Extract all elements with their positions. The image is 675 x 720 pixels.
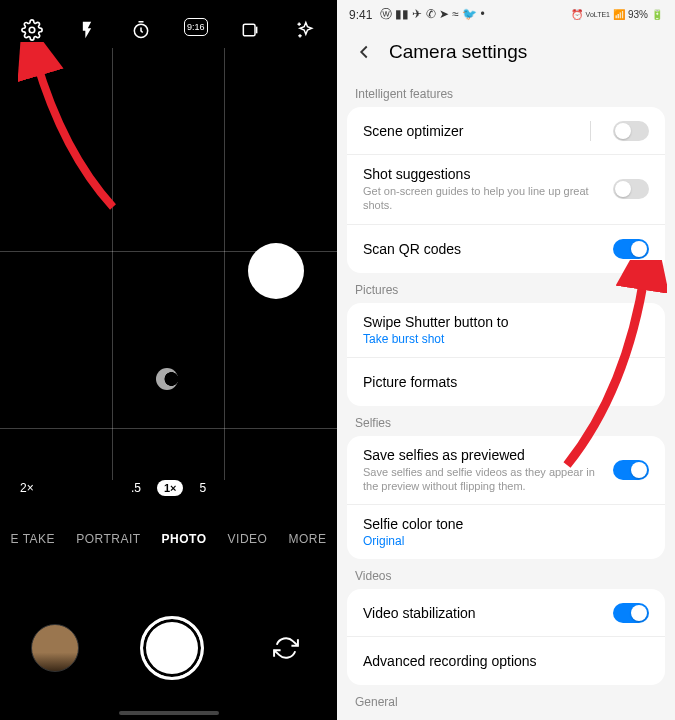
swipe-shutter-link: Take burst shot: [363, 332, 649, 346]
mode-video[interactable]: VIDEO: [228, 532, 268, 546]
shot-suggestions-sub: Get on-screen guides to help you line up…: [363, 184, 601, 213]
bottom-controls: [0, 616, 337, 680]
zoom-0.5x[interactable]: .5: [131, 481, 141, 495]
zoom-1x-active[interactable]: 1×: [157, 480, 184, 496]
gear-icon[interactable]: [20, 18, 44, 42]
svg-point-0: [29, 27, 35, 33]
picture-formats-label: Picture formats: [363, 374, 649, 390]
selfie-tone-link: Original: [363, 534, 649, 548]
swipe-shutter-label: Swipe Shutter button to: [363, 314, 649, 330]
shutter-button[interactable]: [140, 616, 204, 680]
scan-qr-label: Scan QR codes: [363, 241, 601, 257]
save-selfies-toggle[interactable]: [613, 460, 649, 480]
gallery-thumbnail[interactable]: [31, 624, 79, 672]
row-advanced-rec[interactable]: Advanced recording options: [347, 637, 665, 685]
row-selfie-tone[interactable]: Selfie color tone Original: [347, 505, 665, 559]
grid-line: [224, 48, 225, 480]
shot-suggestions-toggle[interactable]: [613, 179, 649, 199]
scene-optimizer-toggle[interactable]: [613, 121, 649, 141]
row-save-selfies[interactable]: Save selfies as previewed Save selfies a…: [347, 436, 665, 506]
video-stab-label: Video stabilization: [363, 605, 601, 621]
video-stab-toggle[interactable]: [613, 603, 649, 623]
motion-icon[interactable]: [238, 18, 262, 42]
row-swipe-shutter[interactable]: Swipe Shutter button to Take burst shot: [347, 303, 665, 358]
page-title: Camera settings: [389, 41, 527, 63]
mode-more[interactable]: MORE: [288, 532, 326, 546]
shot-suggestions-label: Shot suggestions: [363, 166, 601, 182]
filters-icon[interactable]: [293, 18, 317, 42]
scan-qr-toggle[interactable]: [613, 239, 649, 259]
flash-icon[interactable]: [75, 18, 99, 42]
moon-blob: [156, 368, 178, 390]
row-video-stab[interactable]: Video stabilization: [347, 589, 665, 637]
switch-camera-icon[interactable]: [266, 628, 306, 668]
save-selfies-sub: Save selfies and selfie videos as they a…: [363, 465, 601, 494]
section-intelligent: Intelligent features: [337, 77, 675, 107]
advanced-rec-label: Advanced recording options: [363, 653, 649, 669]
mode-photo[interactable]: PHOTO: [162, 532, 207, 546]
mode-portrait[interactable]: PORTRAIT: [76, 532, 140, 546]
status-bar: 9:41 ⓦ ▮▮ ✈ ✆ ➤ ≈ 🐦 • ⏰ VoLTE1 📶 93% 🔋: [337, 0, 675, 29]
light-blob: [248, 243, 304, 299]
svg-rect-2: [244, 24, 256, 36]
camera-toolbar: 9:16: [0, 0, 337, 46]
lte-icon: VoLTE1: [586, 11, 610, 18]
timer-icon[interactable]: [129, 18, 153, 42]
status-time: 9:41: [349, 8, 372, 22]
section-videos: Videos: [337, 559, 675, 589]
camera-app: 9:16 2× .5 1× 5 E TAKE PORTRAIT PHOTO VI…: [0, 0, 337, 720]
row-picture-formats[interactable]: Picture formats: [347, 358, 665, 406]
row-scan-qr[interactable]: Scan QR codes: [347, 225, 665, 273]
section-pictures: Pictures: [337, 273, 675, 303]
selfie-tone-label: Selfie color tone: [363, 516, 649, 532]
scene-optimizer-label: Scene optimizer: [363, 123, 590, 139]
grid-line: [0, 428, 337, 429]
section-selfies: Selfies: [337, 406, 675, 436]
section-general: General: [337, 685, 675, 715]
grid-line: [112, 48, 113, 480]
zoom-5x[interactable]: 5: [199, 481, 206, 495]
signal-icon: 📶: [613, 9, 625, 20]
mode-take[interactable]: E TAKE: [11, 532, 56, 546]
status-icons-left: ⓦ ▮▮ ✈ ✆ ➤ ≈ 🐦 •: [376, 6, 484, 23]
row-shot-suggestions[interactable]: Shot suggestions Get on-screen guides to…: [347, 155, 665, 225]
settings-app: 9:41 ⓦ ▮▮ ✈ ✆ ➤ ≈ 🐦 • ⏰ VoLTE1 📶 93% 🔋 C…: [337, 0, 675, 720]
home-indicator: [119, 711, 219, 715]
mode-selector[interactable]: E TAKE PORTRAIT PHOTO VIDEO MORE: [0, 532, 337, 546]
ratio-icon[interactable]: 9:16: [184, 18, 208, 36]
settings-header: Camera settings: [337, 29, 675, 77]
alarm-icon: ⏰: [571, 9, 583, 20]
back-icon[interactable]: [353, 41, 375, 63]
battery-icon: 🔋: [651, 9, 663, 20]
zoom-controls: 2× .5 1× 5: [0, 480, 337, 496]
viewfinder[interactable]: [0, 48, 337, 480]
battery-text: 93%: [628, 9, 648, 20]
row-scene-optimizer[interactable]: Scene optimizer: [347, 107, 665, 155]
zoom-2x[interactable]: 2×: [20, 481, 34, 495]
save-selfies-label: Save selfies as previewed: [363, 447, 601, 463]
